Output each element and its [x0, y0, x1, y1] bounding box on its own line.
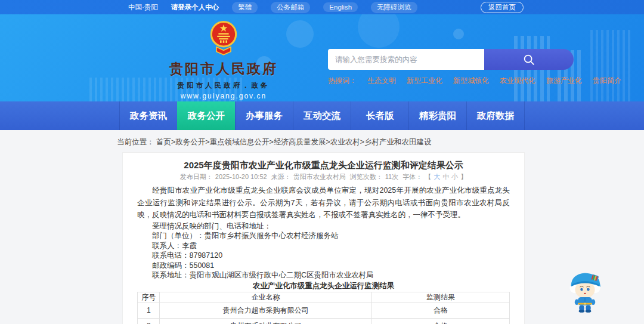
search-input[interactable]	[328, 49, 484, 70]
views-label: 浏览次数：	[350, 173, 383, 180]
topbar-link-accessibility[interactable]: 无障碍浏览	[371, 2, 417, 13]
publish-date: 2025-10-20 10:52	[215, 173, 267, 180]
topbar-link-china-guiyang[interactable]: 中国·贵阳	[128, 3, 158, 12]
site-url: www.guiyang.gov.cn	[128, 92, 319, 100]
article-paragraph: 经贵阳市农业产业化市级重点龙头企业联席会议成员单位审定，现对2025年开展的农业…	[137, 184, 510, 221]
nav-tab-news[interactable]: 政务资讯	[119, 101, 177, 130]
font-size-label: 字体：	[402, 173, 422, 180]
font-size-mid-button[interactable]: 中	[442, 173, 449, 180]
article-paragraph: 联系地址：贵阳市观山湖区市级行政中心二期C区贵阳市农业农村局	[137, 270, 510, 280]
search-area: 热搜词： 生态文明 新型工业化 新型城镇化 农业现代化 旅游产业化 贵阳简介	[328, 49, 574, 86]
bokeh-decoration	[358, 14, 400, 48]
source-value: 贵阳市农业农村局	[293, 173, 346, 180]
table-cell-index: 1	[138, 303, 160, 318]
breadcrumb-path[interactable]: 首页>政务公开>重点领域信息公开>经济高质量发展>农业农村>乡村产业和农田建设	[156, 138, 432, 146]
table-caption: 农业产业化市级重点龙头企业运行监测结果	[137, 282, 510, 290]
views-value: 11次	[385, 173, 398, 180]
hot-search-item[interactable]: 贵阳简介	[593, 76, 621, 86]
nav-tab-services[interactable]: 办事服务	[235, 101, 293, 130]
table-header-cell: 监测结果	[372, 292, 510, 303]
topbar-link-traditional[interactable]: 繁體	[232, 2, 258, 13]
topbar: 中国·贵阳 请登录个人中心 繁體 公务邮箱 English 无障碍浏览 返回首页	[0, 0, 644, 14]
search-button[interactable]	[484, 49, 574, 70]
font-size-big-button[interactable]: 大	[434, 173, 440, 180]
topbar-links: 中国·贵阳 请登录个人中心 繁體 公务邮箱 English 无障碍浏览	[128, 2, 417, 13]
topbar-link-login[interactable]: 请登录个人中心	[171, 3, 219, 12]
bokeh-decoration	[453, 29, 464, 39]
font-bracket: 【	[425, 173, 431, 180]
search-icon	[522, 53, 535, 66]
nav-tab-highlights[interactable]: 精彩贵阳	[408, 101, 466, 130]
topbar-link-english[interactable]: English	[323, 2, 358, 12]
table-row: 2 贵州友禾种业有限公司 合格	[138, 318, 510, 324]
table-cell-company: 贵州合力超市采购有限公司	[160, 303, 372, 318]
table-cell-result: 合格	[372, 318, 510, 324]
table-cell-index: 2	[138, 318, 160, 324]
hot-search-item[interactable]: 新型城镇化	[453, 76, 489, 86]
city-skyline-decoration	[590, 30, 632, 101]
header-banner: 贵阳市人民政府 贵阳市人民政府．政务 www.guiyang.gov.cn 热搜…	[0, 14, 644, 101]
table-header-cell: 企业名称	[160, 292, 372, 303]
hot-search-label: 热搜词：	[328, 76, 357, 86]
publish-date-label: 发布日期：	[180, 173, 213, 180]
article-paragraph: 邮政编码：550081	[137, 261, 510, 271]
breadcrumb-label: 当前位置：	[117, 138, 154, 146]
table-cell-result: 合格	[372, 303, 510, 318]
topbar-link-official-mail[interactable]: 公务邮箱	[271, 2, 310, 13]
article-paragraph: 联系人：李霞	[137, 241, 510, 251]
table-header-cell: 序号	[138, 292, 160, 303]
hot-search-item[interactable]: 新型工业化	[407, 76, 442, 86]
site-subtitle: 贵阳市人民政府．政务	[128, 81, 319, 90]
nav-tab-senior-version[interactable]: 长者版	[351, 101, 408, 130]
table-header-row: 序号 企业名称 监测结果	[138, 292, 510, 303]
mascot-assistant-button[interactable]	[566, 267, 603, 314]
article-meta: 发布日期：2025-10-20 10:52 来源：贵阳市农业农村局 浏览次数：1…	[137, 173, 510, 181]
monitoring-result-table: 序号 企业名称 监测结果 1 贵州合力超市采购有限公司 合格 2 贵州友禾种业有…	[137, 292, 510, 324]
site-title: 贵阳市人民政府	[128, 60, 319, 78]
table-cell-company: 贵州友禾种业有限公司	[160, 318, 372, 324]
nav-tab-gov-data[interactable]: 政府数据	[466, 101, 525, 130]
hot-search-item[interactable]: 生态文明	[367, 76, 396, 86]
font-size-small-button[interactable]: 小	[451, 173, 458, 180]
nav-tab-gov-info[interactable]: 政务公开	[177, 101, 235, 130]
hot-search-row: 热搜词： 生态文明 新型工业化 新型城镇化 农业现代化 旅游产业化 贵阳简介	[328, 76, 574, 86]
article-body: 经贵阳市农业产业化市级重点龙头企业联席会议成员单位审定，现对2025年开展的农业…	[137, 184, 510, 324]
hot-search-item[interactable]: 农业现代化	[500, 76, 535, 86]
hot-search-item[interactable]: 旅游产业化	[546, 76, 582, 86]
article-card: 2025年度贵阳市农业产业化市级重点龙头企业运行监测和评定结果公示 发布日期：2…	[122, 152, 525, 324]
table-row: 1 贵州合力超市采购有限公司 合格	[138, 303, 510, 318]
source-label: 来源：	[271, 173, 291, 180]
page: 中国·贵阳 请登录个人中心 繁體 公务邮箱 English 无障碍浏览 返回首页	[0, 0, 644, 324]
article-paragraph: 受理情况反映的部门、电话和地址：	[137, 221, 510, 232]
national-emblem-icon	[208, 20, 239, 57]
article-paragraph: 部门（单位）：贵阳市乡村振兴服务中心农村经济服务站	[137, 231, 510, 241]
nav-tab-interaction[interactable]: 互动交流	[293, 101, 351, 130]
breadcrumb: 当前位置： 首页>政务公开>重点领域信息公开>经济高质量发展>农业农村>乡村产业…	[117, 137, 431, 147]
font-bracket: 】	[460, 173, 467, 180]
site-brand[interactable]: 贵阳市人民政府 贵阳市人民政府．政务 www.guiyang.gov.cn	[128, 20, 319, 100]
article-title: 2025年度贵阳市农业产业化市级重点龙头企业运行监测和评定结果公示	[137, 160, 510, 171]
main-nav: 政务资讯 政务公开 办事服务 互动交流 长者版 精彩贵阳 政府数据	[0, 101, 644, 130]
back-home-button[interactable]: 返回首页	[481, 2, 524, 13]
article-paragraph: 联系电话：87987120	[137, 251, 510, 261]
